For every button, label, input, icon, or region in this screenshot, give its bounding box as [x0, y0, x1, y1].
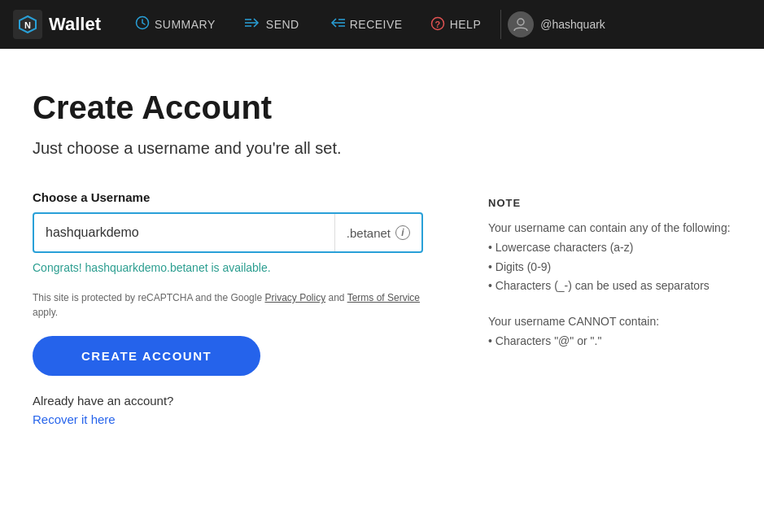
- receive-icon: [329, 17, 345, 32]
- note-not-allowed-title: Your username CANNOT contain:: [488, 312, 731, 332]
- svg-point-9: [517, 19, 524, 25]
- summary-label: SUMMARY: [155, 18, 216, 31]
- note-allowed-item-2: • Characters (_-) can be used as separat…: [488, 277, 731, 296]
- nav-logo[interactable]: N Wallet: [13, 10, 101, 39]
- send-icon: [245, 17, 261, 32]
- user-handle: @hashquark: [540, 18, 605, 31]
- logo-icon: N: [13, 10, 42, 39]
- info-icon[interactable]: i: [395, 225, 410, 240]
- recover-link[interactable]: Recover it here: [33, 412, 423, 426]
- send-label: SEND: [266, 18, 299, 31]
- already-account-text: Already have an account?: [33, 394, 423, 408]
- username-input[interactable]: [34, 216, 334, 250]
- suffix-text: .betanet: [347, 226, 391, 240]
- note-allowed-section: Your username can contain any of the fol…: [488, 219, 731, 296]
- nav-user[interactable]: @hashquark: [508, 11, 605, 37]
- navbar: N Wallet SUMMARY SEN: [0, 0, 764, 49]
- form-section: Choose a Username .betanet i Congrats! h…: [33, 190, 423, 426]
- note-allowed-item-0: • Lowercase characters (a-z): [488, 238, 731, 258]
- help-icon: ?: [430, 16, 445, 33]
- username-input-wrapper[interactable]: .betanet i: [33, 212, 423, 253]
- success-message: Congrats! hashquarkdemo.betanet is avail…: [33, 261, 423, 274]
- note-section: NOTE Your username can contain any of th…: [488, 190, 731, 368]
- nav-items: SUMMARY SEND REC: [120, 10, 751, 39]
- page-subtitle: Just choose a username and you're all se…: [33, 139, 731, 158]
- note-not-allowed-section: Your username CANNOT contain: • Characte…: [488, 312, 731, 351]
- avatar-icon: [508, 11, 534, 37]
- help-label: HELP: [450, 18, 482, 31]
- field-label: Choose a Username: [33, 190, 423, 204]
- nav-divider: [500, 10, 501, 39]
- nav-item-receive[interactable]: RECEIVE: [314, 17, 417, 32]
- main-content: Create Account Just choose a username an…: [0, 49, 764, 459]
- content-row: Choose a Username .betanet i Congrats! h…: [33, 190, 731, 426]
- username-suffix: .betanet i: [334, 214, 421, 251]
- terms-of-service-link[interactable]: Terms of Service: [347, 292, 420, 303]
- note-allowed-title: Your username can contain any of the fol…: [488, 219, 731, 238]
- logo-text: Wallet: [49, 14, 101, 35]
- page-title: Create Account: [33, 89, 731, 126]
- nav-item-help[interactable]: ? HELP: [417, 16, 495, 33]
- privacy-policy-link[interactable]: Privacy Policy: [264, 292, 325, 303]
- note-title: NOTE: [488, 197, 731, 209]
- receive-label: RECEIVE: [350, 18, 403, 31]
- summary-icon: [135, 15, 150, 33]
- nav-item-send[interactable]: SEND: [230, 17, 314, 32]
- nav-item-summary[interactable]: SUMMARY: [120, 15, 230, 33]
- create-account-button[interactable]: CREATE ACCOUNT: [33, 336, 260, 376]
- note-allowed-item-1: • Digits (0-9): [488, 258, 731, 277]
- recaptcha-text: This site is protected by reCAPTCHA and …: [33, 290, 423, 320]
- note-not-allowed-item-0: • Characters "@" or ".": [488, 332, 731, 351]
- svg-text:N: N: [24, 20, 31, 30]
- svg-text:?: ?: [434, 19, 440, 28]
